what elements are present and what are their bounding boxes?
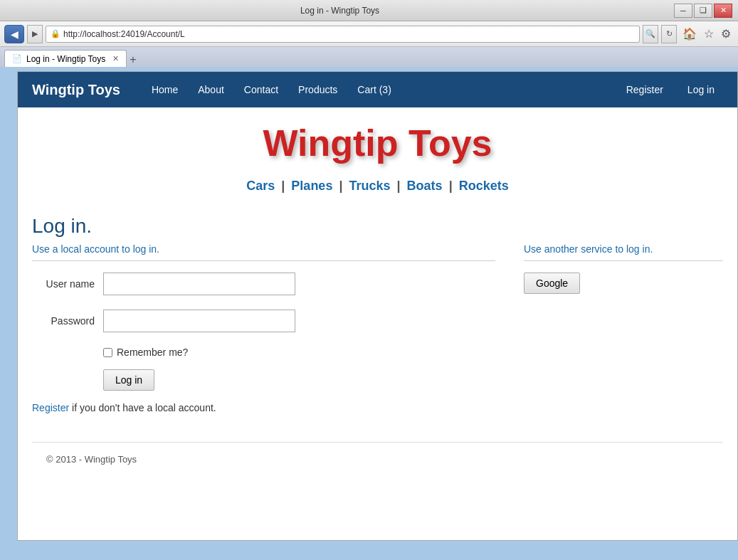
nav-about[interactable]: About xyxy=(188,72,234,107)
window-title: Log in - Wingtip Toys xyxy=(6,6,674,16)
tab-title: Log in - Wingtip Toys xyxy=(26,54,105,64)
minimize-button[interactable]: ─ xyxy=(674,4,692,18)
category-planes[interactable]: Planes xyxy=(291,179,332,193)
site-logo: Wingtip Toys xyxy=(32,107,723,171)
external-login-section: Use another service to log in. Google xyxy=(524,243,723,413)
login-layout: Use a local account to log in. User name… xyxy=(32,243,723,413)
username-label: User name xyxy=(32,278,103,290)
password-input[interactable] xyxy=(103,310,295,332)
address-text: http://localhost:24019/Account/L xyxy=(63,29,185,39)
sep-3: | xyxy=(397,179,401,193)
login-button[interactable]: Log in xyxy=(103,369,154,391)
nav-products[interactable]: Products xyxy=(288,72,347,107)
nav-right: Register Log in xyxy=(618,72,723,107)
local-login-section: Use a local account to log in. User name… xyxy=(32,243,495,413)
external-section-heading: Use another service to log in. xyxy=(524,243,723,255)
back-button[interactable]: ◀ xyxy=(4,25,24,43)
remember-label: Remember me? xyxy=(117,347,188,358)
nav-register[interactable]: Register xyxy=(618,72,672,107)
search-button[interactable]: 🔍 xyxy=(643,25,658,43)
submit-row: Log in xyxy=(103,369,495,391)
tab-icon: 📄 xyxy=(12,54,22,63)
tab-bar: 📄 Log in - Wingtip Toys ✕ + xyxy=(0,47,738,67)
title-bar: Log in - Wingtip Toys ─ ❑ ✕ xyxy=(0,0,738,21)
nav-cart[interactable]: Cart (3) xyxy=(347,72,401,107)
username-input[interactable] xyxy=(103,273,295,295)
address-icon: 🔒 xyxy=(51,29,60,38)
nav-login[interactable]: Log in xyxy=(679,72,723,107)
remember-checkbox[interactable] xyxy=(103,348,112,357)
category-links: Cars | Planes | Trucks | Boats | Rockets xyxy=(32,171,723,208)
register-link-row: Register if you don't have a local accou… xyxy=(32,402,495,413)
register-text: if you don't have a local account. xyxy=(72,402,216,413)
username-row: User name xyxy=(32,273,495,295)
star-icon[interactable]: ☆ xyxy=(701,26,717,42)
password-row: Password xyxy=(32,310,495,332)
site-brand[interactable]: Wingtip Toys xyxy=(32,82,120,98)
gear-icon[interactable]: ⚙ xyxy=(718,26,734,42)
section-divider xyxy=(32,260,495,261)
register-link[interactable]: Register xyxy=(32,402,69,413)
local-section-heading: Use a local account to log in. xyxy=(32,243,495,255)
window-controls: ─ ❑ ✕ xyxy=(674,4,732,18)
browser-content: Wingtip Toys Home About Contact Products… xyxy=(17,71,738,541)
password-label: Password xyxy=(32,315,103,327)
restore-button[interactable]: ❑ xyxy=(694,4,712,18)
nav-links: Home About Contact Products Cart (3) xyxy=(142,72,618,107)
browser-toolbar: 🏠 ☆ ⚙ xyxy=(680,26,734,42)
site-navbar: Wingtip Toys Home About Contact Products… xyxy=(18,72,737,107)
close-button[interactable]: ✕ xyxy=(714,4,732,18)
external-section-divider xyxy=(524,260,723,261)
sep-2: | xyxy=(339,179,342,193)
footer-text: © 2013 - Wingtip Toys xyxy=(46,454,137,465)
address-bar: ◀ ▶ 🔒 http://localhost:24019/Account/L 🔍… xyxy=(0,21,738,47)
category-rockets[interactable]: Rockets xyxy=(459,179,509,193)
nav-contact[interactable]: Contact xyxy=(234,72,288,107)
nav-home[interactable]: Home xyxy=(142,72,188,107)
address-field[interactable]: 🔒 http://localhost:24019/Account/L xyxy=(46,26,640,43)
google-login-button[interactable]: Google xyxy=(524,273,580,294)
tab-close-button[interactable]: ✕ xyxy=(112,54,119,63)
home-icon[interactable]: 🏠 xyxy=(680,26,700,42)
sep-4: | xyxy=(449,179,453,193)
active-tab[interactable]: 📄 Log in - Wingtip Toys ✕ xyxy=(4,50,127,67)
main-content: Wingtip Toys Cars | Planes | Trucks | Bo… xyxy=(18,107,737,490)
new-tab-button[interactable]: + xyxy=(130,53,147,67)
refresh-button[interactable]: ↻ xyxy=(661,25,677,43)
category-boats[interactable]: Boats xyxy=(407,179,443,193)
category-trucks[interactable]: Trucks xyxy=(349,179,390,193)
sep-1: | xyxy=(281,179,285,193)
page-heading: Log in. xyxy=(32,215,723,238)
remember-row: Remember me? xyxy=(103,347,495,358)
site-footer: © 2013 - Wingtip Toys xyxy=(32,442,723,476)
category-cars[interactable]: Cars xyxy=(246,179,275,193)
forward-button[interactable]: ▶ xyxy=(27,25,43,43)
